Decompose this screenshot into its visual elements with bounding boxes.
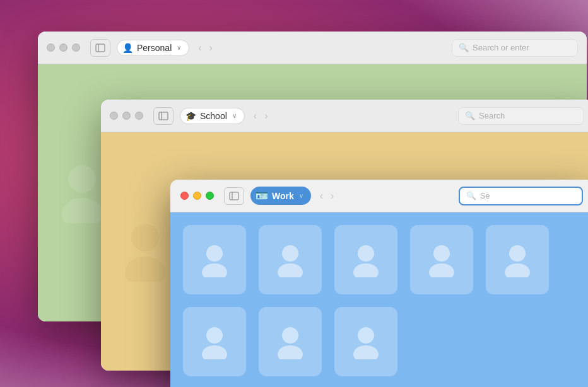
- fullscreen-button-personal[interactable]: [72, 43, 80, 52]
- minimize-button-personal[interactable]: [59, 43, 68, 52]
- nav-arrows-work: ‹ ›: [317, 189, 337, 203]
- titlebar-work: 🪪 Work ∨ ‹ › 🔍 Se: [170, 180, 588, 212]
- avatar-school: [120, 219, 170, 284]
- svg-point-14: [358, 245, 374, 262]
- search-placeholder-school: Search: [479, 111, 505, 120]
- forward-button-school[interactable]: ›: [262, 109, 270, 123]
- sidebar-toggle-personal[interactable]: [90, 39, 110, 57]
- contact-card[interactable]: [334, 225, 397, 294]
- contact-card[interactable]: [183, 225, 246, 294]
- search-bar-school[interactable]: 🔍 Search: [458, 107, 584, 125]
- traffic-lights-school: [110, 112, 143, 120]
- svg-point-25: [353, 345, 379, 359]
- svg-point-7: [125, 257, 165, 282]
- contact-card[interactable]: [259, 225, 322, 294]
- svg-point-20: [206, 327, 223, 344]
- sidebar-toggle-work[interactable]: [224, 187, 244, 205]
- search-bar-personal[interactable]: 🔍 Search or enter: [452, 39, 578, 57]
- grad-cap-icon: 🎓: [185, 111, 196, 121]
- profile-button-personal[interactable]: 👤 Personal ∨: [117, 40, 189, 56]
- svg-point-2: [68, 165, 96, 193]
- svg-point-24: [358, 327, 374, 344]
- contact-card[interactable]: [334, 307, 397, 376]
- contact-card[interactable]: [183, 307, 246, 376]
- profile-label-personal: Personal: [137, 43, 172, 53]
- traffic-lights-personal: [47, 43, 80, 52]
- contact-card[interactable]: [259, 307, 322, 376]
- minimize-button-work[interactable]: [193, 192, 201, 200]
- forward-button-personal[interactable]: ›: [207, 41, 215, 55]
- search-icon-work: 🔍: [466, 191, 476, 201]
- svg-point-22: [282, 327, 298, 344]
- titlebar-school: 🎓 School ∨ ‹ › 🔍 Search: [101, 100, 588, 132]
- chevron-down-icon: ∨: [177, 44, 181, 51]
- chevron-down-icon-school: ∨: [232, 112, 237, 119]
- fullscreen-button-work[interactable]: [206, 192, 214, 200]
- svg-point-6: [131, 224, 159, 251]
- search-placeholder-personal: Search or enter: [473, 43, 529, 52]
- svg-point-23: [278, 345, 303, 359]
- svg-point-11: [202, 263, 227, 277]
- svg-rect-4: [159, 112, 168, 120]
- svg-point-15: [353, 263, 379, 277]
- contact-book-icon: 🪪: [256, 190, 268, 202]
- close-button-work[interactable]: [180, 192, 189, 200]
- back-button-personal[interactable]: ‹: [196, 41, 204, 55]
- svg-point-19: [505, 263, 530, 277]
- contacts-grid-work: [183, 225, 588, 376]
- search-placeholder-work: Se: [480, 191, 490, 200]
- person-icon: 👤: [122, 43, 133, 53]
- nav-arrows-personal: ‹ ›: [196, 41, 215, 55]
- svg-point-18: [509, 245, 526, 262]
- minimize-button-school[interactable]: [122, 112, 131, 120]
- svg-rect-8: [230, 192, 238, 200]
- profile-label-work: Work: [272, 191, 294, 201]
- close-button-personal[interactable]: [47, 43, 55, 52]
- profile-button-work[interactable]: 🪪 Work ∨: [250, 187, 311, 205]
- content-area-work: [170, 212, 588, 387]
- search-bar-work[interactable]: 🔍 Se: [459, 187, 583, 205]
- forward-button-work[interactable]: ›: [328, 189, 336, 203]
- chevron-down-icon-work: ∨: [299, 192, 303, 199]
- traffic-lights-work: [180, 192, 214, 200]
- contact-card[interactable]: [410, 225, 473, 294]
- search-icon-school: 🔍: [465, 111, 475, 121]
- svg-rect-0: [96, 44, 105, 52]
- svg-point-12: [282, 245, 298, 262]
- profile-label-school: School: [200, 111, 227, 121]
- titlebar-personal: 👤 Personal ∨ ‹ › 🔍 Search or enter: [38, 32, 587, 64]
- sidebar-toggle-school[interactable]: [153, 107, 173, 125]
- svg-point-17: [429, 263, 454, 277]
- avatar-personal: [57, 160, 107, 226]
- search-icon: 🔍: [459, 43, 469, 53]
- contact-card[interactable]: [486, 225, 549, 294]
- profile-button-school[interactable]: 🎓 School ∨: [180, 108, 245, 124]
- svg-point-10: [206, 245, 223, 262]
- back-button-work[interactable]: ‹: [317, 189, 326, 203]
- svg-point-13: [278, 263, 303, 277]
- back-button-school[interactable]: ‹: [251, 109, 259, 123]
- window-work: 🪪 Work ∨ ‹ › 🔍 Se: [170, 180, 588, 387]
- svg-point-3: [62, 198, 102, 223]
- nav-arrows-school: ‹ ›: [251, 109, 271, 123]
- svg-point-16: [433, 245, 450, 262]
- close-button-school[interactable]: [110, 112, 118, 120]
- fullscreen-button-school[interactable]: [135, 112, 143, 120]
- svg-point-21: [202, 345, 227, 359]
